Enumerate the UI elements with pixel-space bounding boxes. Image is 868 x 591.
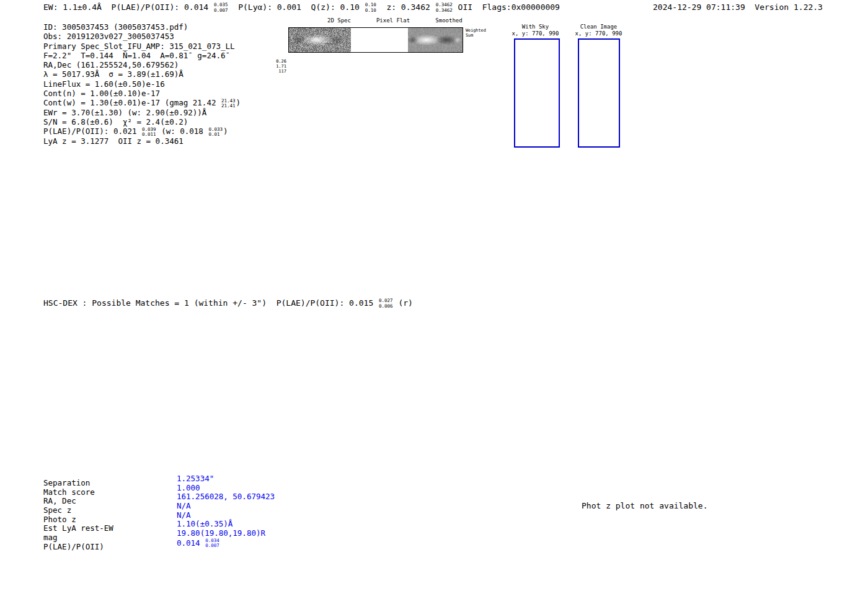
info-line: λ = 5017.93Å σ = 3.89(±1.69)Å [43,69,241,79]
stacked-uncertainty: 0.0270.006 [378,298,394,309]
hsc-cutout-panel [257,314,381,447]
text-segment: P(Lyα): 0.001 Q(z): 0.10 [229,2,365,12]
stacked-uncertainty: 0.0390.011 [141,127,157,138]
text-segment: 1.000 [177,483,200,492]
withsky-image [514,38,560,148]
info-line: Primary Spec_Slot_IFU_AMP: 315_021_073_L… [43,42,241,51]
info-line: RA,Dec (161.255524,50.679562) [43,60,241,69]
text-segment: N/A [177,510,191,520]
info-line: Cont(w) = 1.30(±0.01)e-17 (gmag 21.42 21… [43,98,241,107]
text-segment: OII Flags:0x00000009 [453,2,560,12]
elixer-detection-report: EW: 1.1±0.4Å P(LAE)/P(OII): 0.014 0.0350… [0,0,868,591]
text-segment: F=2.2" T=0.144 N̄=1.04 A=0.81̄ g=24.6̄ [43,51,226,60]
match-table-row: RA, Dec161.256028, 50.679423 [43,497,275,506]
match-table-value: 161.256028, 50.679423 [177,492,275,502]
detection-info-block: ID: 3005037453 (3005037453.pdf)Obs: 2019… [43,22,241,146]
stacked-uncertainty: 0.34620.3462 [435,2,453,13]
text-segment: (r) [394,298,413,308]
match-table-row: Separation1.25334" [43,479,275,488]
text-segment: LyA z = 3.1277 OII z = 0.3461 [43,136,184,146]
text-segment: Primary Spec_Slot_IFU_AMP: 315_021_073_L… [43,42,235,51]
clean-image [578,38,620,148]
match-table-value: 1.10(±0.35)Å [177,520,232,529]
clean-title-line1: Clean Image [557,24,640,30]
fiber-weight-labels: 0.26 1.71 117 [273,59,286,74]
col-title-2d-spec: 2D Spec [308,17,370,24]
info-line: EWr = 3.70(±1.30) (w: 2.90(±0.92))Å [43,108,241,117]
match-table-row: P(LAE)/P(OII)0.014 0.0340.007 [43,543,275,552]
col-title-smoothed: Smoothed [421,17,477,24]
info-line: Obs: 20191203v027_3005037453 [43,32,241,41]
match-table-label: Match score [43,488,177,497]
text-segment: EW: 1.1±0.4Å P(LAE)/P(OII): 0.014 [43,2,213,12]
weighted-sum-row [288,27,463,53]
match-table-value: N/A [177,502,191,511]
text-segment: 1.10(±0.35)Å [177,519,232,528]
info-line: F=2.2" T=0.144 N̄=1.04 A=0.81̄ g=24.6̄ [43,51,241,60]
2d-spec-image [289,28,351,52]
match-table-value: 19.80(19.80,19.80)R [177,529,265,538]
smoothed-image [408,28,463,52]
summary-header: EW: 1.1±0.4Å P(LAE)/P(OII): 0.014 0.0350… [43,2,560,13]
hsc-dex-match-header: HSC-DEX : Possible Matches = 1 (within +… [43,298,413,309]
timestamp-version: 2024-12-29 07:11:39 Version 1.22.3 [653,2,823,12]
match-table-value: 1.000 [177,484,200,493]
stacked-uncertainty: 0.100.10 [365,2,377,13]
info-line: Cont(n) = 1.00(±0.10)e-17 [43,89,241,98]
stacked-uncertainty: 0.0330.01 [208,127,223,138]
match-table-label: P(LAE)/P(OII) [43,543,177,552]
match-table-label: Separation [43,479,177,488]
text-segment: z: 0.3462 [377,2,435,12]
match-table-label: RA, Dec [43,497,177,506]
match-table-row: Photo zN/A [43,515,275,525]
info-line: P(LAE)/P(OII): 0.021 0.0390.011 (w: 0.01… [43,127,241,136]
match-table-row: mag19.80(19.80,19.80)R [43,533,275,543]
full-spectrum-plot [53,161,813,295]
info-line: ID: 3005037453 (3005037453.pdf) [43,22,241,32]
match-table-value: 0.014 0.0340.007 [177,538,220,548]
text-segment: P(LAE)/P(OII): 0.021 [43,127,141,136]
text-segment: 19.80(19.80,19.80)R [177,528,265,538]
photz-note: Phot z plot not available. [582,501,708,510]
clean-title: Clean Image x, y: 770, 990 [557,24,640,37]
text-segment: ) [223,127,228,136]
text-segment: Cont(w) = 1.30(±0.01)e-17 (gmag 21.42 [43,98,221,107]
match-table-label: Est LyA rest-EW [43,524,177,533]
clean-coords: x, y: 770, 990 [557,30,640,37]
lineflux-map-panel [142,314,266,447]
text-segment: Obs: 20191203v027_3005037453 [43,32,174,41]
info-line: LineFlux = 1.60(±0.50)e-16 [43,79,241,89]
text-segment: EWr = 3.70(±1.30) (w: 2.90(±0.92))Å [43,108,206,117]
match-table-row: Spec zN/A [43,506,275,515]
match-table-label: Spec z [43,506,177,515]
col-title-pixel-flat: Pixel Flat [365,17,421,24]
info-line: LyA z = 3.1277 OII z = 0.3461 [43,136,241,146]
pixel-flat-image [352,28,407,52]
match-table-value: N/A [177,511,191,520]
text-segment: 0.014 [177,538,205,548]
fiber-positions-panel [27,314,151,447]
stacked-uncertainty: 21.4321.41 [221,99,236,109]
text-segment: LineFlux = 1.60(±0.50)e-16 [43,79,165,89]
text-segment: (w: 0.018 [157,127,208,136]
text-segment: HSC-DEX : Possible Matches = 1 (within +… [43,298,378,308]
match-table-label: mag [43,533,177,543]
2d-spectra-panel: 2D Spec Pixel Flat Smoothed Weighted Sum… [273,17,534,157]
text-segment: RA,Dec (161.255524,50.679562) [43,60,179,69]
text-segment: ID: 3005037453 (3005037453.pdf) [43,22,188,32]
text-segment: 1.25334" [177,474,214,483]
match-table-value: 1.25334" [177,474,214,484]
line-fit-plot [642,27,816,151]
text-segment: S/N = 6.8(±0.6) χ² = 2.4(±0.2) [43,117,188,127]
text-segment: Cont(n) = 1.00(±0.10)e-17 [43,89,160,98]
info-line: S/N = 6.8(±0.6) χ² = 2.4(±0.2) [43,117,241,127]
match-table-label: Photo z [43,515,177,525]
text-segment: 161.256028, 50.679423 [177,492,275,501]
text-segment: N/A [177,501,191,510]
catalog-match-table: Separation1.25334"Match score1.000RA, De… [43,479,275,552]
text-segment: λ = 5017.93Å σ = 3.89(±1.69)Å [43,69,184,79]
stacked-uncertainty: 0.0340.007 [205,538,220,549]
text-segment: ) [236,98,241,107]
stacked-uncertainty: 0.0350.007 [213,2,229,13]
